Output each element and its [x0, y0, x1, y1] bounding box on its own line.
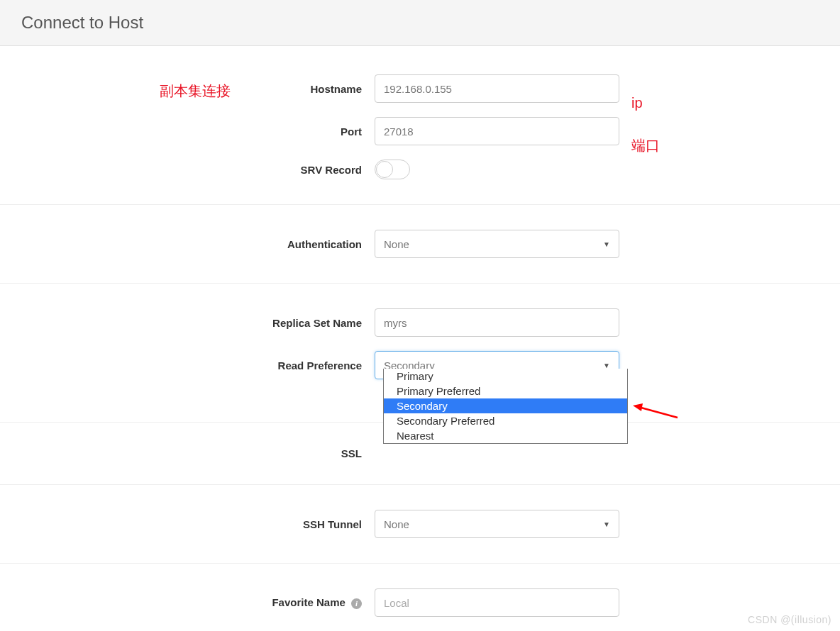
port-row: Port [0, 110, 840, 152]
ssh-tunnel-select[interactable]: None ▼ [375, 510, 619, 538]
dropdown-item-secondary[interactable]: Secondary [384, 398, 627, 413]
ssh-tunnel-value: None [384, 518, 409, 530]
dropdown-item-nearest[interactable]: Nearest [384, 428, 627, 443]
port-label: Port [0, 125, 375, 138]
divider [0, 563, 840, 564]
divider [0, 204, 840, 205]
watermark: CSDN @(illusion) [748, 614, 831, 625]
favorite-name-row: Favorite Name i [0, 581, 840, 624]
dropdown-item-secondary-preferred[interactable]: Secondary Preferred [384, 413, 627, 428]
svg-marker-1 [633, 403, 643, 411]
port-input[interactable] [375, 117, 619, 145]
hostname-label: Hostname [0, 83, 375, 95]
ssh-tunnel-row: SSH Tunnel None ▼ [0, 503, 840, 545]
hostname-input[interactable] [375, 74, 619, 103]
dropdown-item-primary[interactable]: Primary [384, 369, 627, 384]
auth-label: Authentication [0, 238, 375, 250]
hostname-row: Hostname [0, 67, 840, 110]
favorite-name-label: Favorite Name i [0, 596, 375, 609]
toggle-handle [376, 161, 393, 178]
auth-value: None [384, 238, 409, 250]
srv-label: SRV Record [0, 164, 375, 176]
replica-set-label: Replica Set Name [0, 317, 375, 329]
read-pref-label: Read Preference [0, 359, 375, 372]
arrow-annotation-icon [631, 400, 681, 424]
chevron-down-icon: ▼ [603, 362, 610, 369]
svg-line-0 [639, 407, 678, 418]
read-pref-dropdown: Primary Primary Preferred Secondary Seco… [383, 369, 628, 444]
ssh-tunnel-label: SSH Tunnel [0, 518, 375, 530]
connect-form: Hostname Port SRV Record Authentication … [0, 46, 840, 631]
button-row: CREATE FAVORITE CONNECT [0, 624, 840, 631]
divider [0, 484, 840, 485]
ssl-label: SSL [0, 447, 375, 459]
replica-set-input[interactable] [375, 308, 619, 337]
ssl-row: SSL [0, 440, 840, 467]
divider [0, 283, 840, 284]
srv-toggle[interactable] [375, 160, 410, 179]
auth-select[interactable]: None ▼ [375, 230, 619, 258]
favorite-name-input[interactable] [375, 588, 619, 617]
page-title: Connect to Host [21, 13, 819, 33]
chevron-down-icon: ▼ [603, 520, 610, 528]
replica-set-row: Replica Set Name [0, 301, 840, 344]
auth-row: Authentication None ▼ [0, 223, 840, 265]
chevron-down-icon: ▼ [603, 240, 610, 248]
header: Connect to Host [0, 0, 840, 46]
srv-row: SRV Record [0, 152, 840, 186]
info-icon: i [351, 598, 362, 609]
dropdown-item-primary-preferred[interactable]: Primary Preferred [384, 384, 627, 398]
